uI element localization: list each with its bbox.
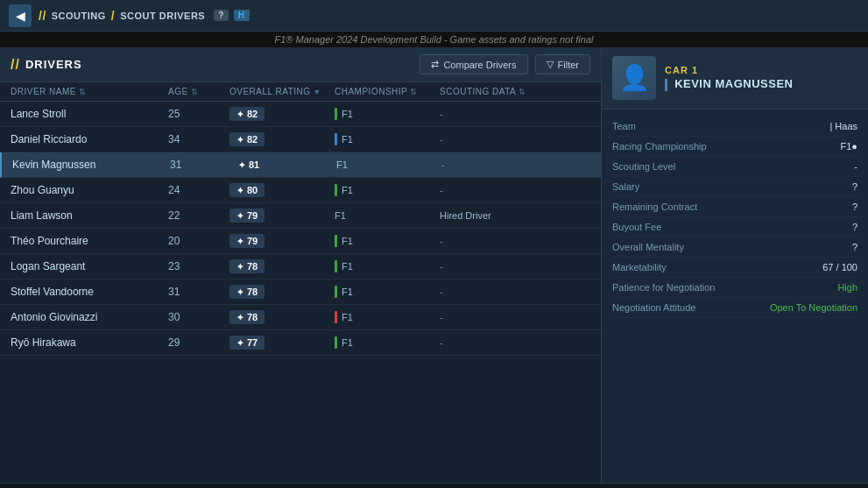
- rating-value: 80: [247, 185, 258, 195]
- driver-name-cell: Kevin Magnussen: [12, 159, 170, 171]
- name-bar-icon: [665, 79, 667, 91]
- championship-name: F1: [342, 185, 353, 195]
- back-button[interactable]: ◀: [9, 4, 32, 27]
- help-button[interactable]: ?: [214, 10, 229, 21]
- championship-name: F1: [342, 109, 353, 119]
- championship-name: F1: [342, 312, 353, 322]
- detail-label: Team: [612, 121, 636, 131]
- table-row[interactable]: Logan Sargeant 23 ✦ 78 F1 -: [0, 254, 601, 279]
- col-age[interactable]: AGE ⇅: [168, 87, 229, 96]
- driver-age-cell: 23: [168, 260, 229, 272]
- table-row[interactable]: Ryō Hirakawa 29 ✦ 77 F1 -: [0, 330, 601, 356]
- title-slash-icon: //: [11, 57, 20, 73]
- main-content: // DRIVERS ⇄ Compare Drivers ▽ Filter DR…: [0, 47, 868, 483]
- detail-row: Marketability 67 / 100: [612, 258, 857, 278]
- table-row[interactable]: Théo Pourchaire 20 ✦ 79 F1 -: [0, 229, 601, 254]
- championship-cell: F1: [335, 108, 440, 120]
- scouting-data-cell: -: [440, 134, 562, 145]
- dev-banner: F1® Manager 2024 Development Build - Gam…: [0, 32, 868, 47]
- table-row[interactable]: Zhou Guanyu 24 ✦ 80 F1 -: [0, 178, 601, 203]
- driver-rating-badge: ✦ 79: [229, 209, 265, 223]
- driver-age-cell: 29: [168, 336, 229, 349]
- rating-star-icon: ✦: [236, 313, 243, 322]
- compare-icon: ⇄: [431, 59, 439, 70]
- driver-age-cell: 24: [168, 184, 229, 196]
- rating-value: 79: [247, 210, 258, 221]
- detail-row: Team | Haas: [612, 117, 857, 137]
- table-row[interactable]: Kevin Magnussen 31 ✦ 81 F1 -: [0, 152, 601, 178]
- detail-row: Negotiation Attitude Open To Negotiation: [612, 298, 857, 318]
- detail-value: ?: [852, 181, 857, 192]
- slash-icon-2: /: [111, 9, 115, 23]
- breadcrumb: // SCOUTING / SCOUT DRIVERS ? H: [39, 9, 250, 23]
- driver-name-cell: Liam Lawson: [11, 209, 168, 222]
- col-rating[interactable]: OVERALL RATING ▼: [229, 87, 335, 96]
- driver-name-cell: Antonio Giovinazzi: [11, 311, 168, 323]
- driver-name-cell: Lance Stroll: [11, 108, 168, 120]
- rating-star-icon: ✦: [236, 262, 243, 272]
- scouting-data-cell: -: [440, 286, 562, 297]
- driver-age-cell: 30: [168, 311, 229, 323]
- driver-info-header: CAR 1 KEVIN MAGNUSSEN: [665, 65, 857, 91]
- table-row[interactable]: Stoffel Vandoorne 31 ✦ 78 F1 -: [0, 279, 601, 305]
- championship-cell: F1: [335, 311, 440, 323]
- championship-name: F1: [342, 134, 353, 145]
- driver-details-section: Team | Haas Racing Championship F1● Scou…: [602, 110, 868, 483]
- driver-rating-badge: ✦ 80: [229, 183, 265, 197]
- panel-title-label: DRIVERS: [25, 58, 82, 71]
- driver-name-cell: Stoffel Vandoorne: [11, 286, 168, 298]
- driver-full-name: KEVIN MAGNUSSEN: [665, 77, 857, 91]
- detail-value: 67 / 100: [822, 262, 857, 272]
- h-button[interactable]: H: [234, 10, 250, 21]
- driver-age-cell: 25: [168, 108, 229, 120]
- table-row[interactable]: Daniel Ricciardo 34 ✦ 82 F1 -: [0, 127, 601, 152]
- rating-star-icon: ✦: [236, 135, 243, 145]
- championship-bar-icon: [335, 235, 337, 247]
- rating-value: 77: [247, 337, 258, 348]
- sort-arrow-name: ⇅: [79, 88, 87, 96]
- driver-rating-badge: ✦ 77: [229, 336, 265, 350]
- scouting-data-cell: -: [440, 337, 562, 348]
- detail-row: Buyout Fee ?: [612, 217, 857, 237]
- rating-value: 78: [247, 286, 258, 297]
- scouting-data-cell: Hired Driver: [440, 210, 562, 221]
- table-row[interactable]: Liam Lawson 22 ✦ 79 F1 Hired Driver: [0, 203, 601, 229]
- car-label: CAR 1: [665, 65, 857, 75]
- slash-icon-1: //: [39, 9, 46, 23]
- col-driver-name[interactable]: DRIVER NAME ⇅: [11, 87, 168, 96]
- championship-bar-icon: [335, 260, 337, 272]
- driver-rating-badge: ✦ 81: [231, 158, 266, 172]
- driver-rating-badge: ✦ 78: [229, 259, 265, 273]
- championship-cell: F1: [335, 235, 440, 247]
- detail-row: Overall Mentality ?: [612, 237, 857, 258]
- filter-button[interactable]: ▽ Filter: [535, 54, 590, 74]
- col-championship[interactable]: CHAMPIONSHIP ⇅: [335, 87, 440, 96]
- sort-arrow-age: ⇅: [191, 88, 199, 96]
- rating-star-icon: ✦: [238, 160, 245, 170]
- driver-name-cell: Logan Sargeant: [11, 260, 168, 272]
- driver-age-cell: 20: [168, 235, 229, 247]
- driver-rating-badge: ✦ 82: [229, 132, 265, 146]
- detail-value: Open To Negotiation: [770, 302, 857, 313]
- panel-title: // DRIVERS: [11, 57, 82, 73]
- championship-bar-icon: [335, 286, 337, 298]
- driver-name-cell: Daniel Ricciardo: [11, 133, 168, 145]
- championship-name: F1: [342, 286, 353, 297]
- driver-rating-badge: ✦ 82: [229, 107, 265, 121]
- table-row[interactable]: Lance Stroll 25 ✦ 82 F1 -: [0, 102, 601, 127]
- nav-scouting[interactable]: SCOUTING: [52, 11, 106, 21]
- detail-label: Marketability: [612, 262, 667, 272]
- sort-arrow-rating: ▼: [314, 88, 321, 96]
- rating-value: 81: [249, 159, 259, 170]
- nav-scout-drivers[interactable]: SCOUT DRIVERS: [120, 11, 205, 21]
- detail-value: High: [837, 282, 857, 293]
- table-row[interactable]: Antonio Giovinazzi 30 ✦ 78 F1 -: [0, 305, 601, 330]
- filter-icon: ▽: [547, 59, 554, 70]
- col-scouting[interactable]: SCOUTING DATA ⇅: [440, 87, 562, 96]
- championship-cell: F1: [335, 133, 440, 145]
- scouting-data-cell: -: [440, 261, 562, 272]
- detail-label: Salary: [612, 181, 639, 192]
- compare-drivers-button[interactable]: ⇄ Compare Drivers: [420, 54, 527, 74]
- detail-value: ?: [852, 222, 857, 232]
- championship-bar-icon: [335, 311, 337, 323]
